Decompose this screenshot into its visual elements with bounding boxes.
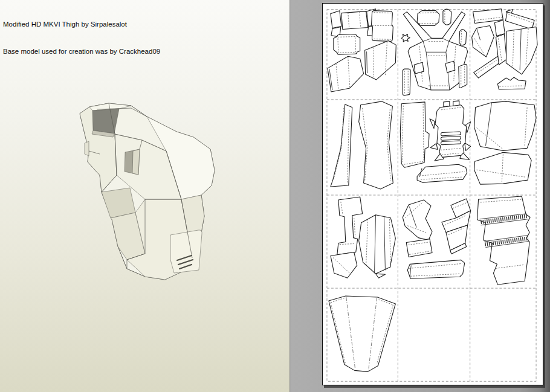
shape-path: [334, 34, 360, 54]
shape-path: [359, 215, 396, 274]
shape-path: [328, 56, 364, 92]
shape-path: [341, 11, 368, 30]
shape-path: [506, 27, 537, 75]
shape-path: [435, 105, 467, 158]
shape-path: [331, 11, 341, 28]
shape-path: [441, 141, 461, 145]
shape-path: [102, 188, 135, 218]
shape-path: [403, 200, 432, 240]
unfold-pieces-canvas[interactable]: [323, 4, 542, 384]
shape-path: [92, 109, 119, 133]
shape-path: [376, 274, 386, 278]
shape-path: [473, 9, 503, 24]
shape-path: [331, 252, 357, 278]
shape-path: [85, 141, 89, 156]
shape-path: [414, 62, 424, 74]
model-title: Modified HD MKVI Thigh by Sirpalesalot: [3, 20, 160, 29]
shape-path: [329, 296, 395, 371]
pattern-page[interactable]: [322, 3, 543, 385]
shape-path: [445, 61, 455, 72]
shape-path: [132, 149, 140, 175]
3d-view-panel[interactable]: Modified HD MKVI Thigh by Sirpalesalot B…: [0, 0, 290, 392]
shape-path: [477, 196, 531, 284]
shape-path: [444, 101, 450, 107]
shape-path: [430, 143, 438, 149]
shape-path: [441, 137, 461, 141]
shape-path: [401, 34, 410, 42]
shape-path: [365, 40, 396, 80]
shape-path: [474, 56, 502, 78]
shape-path: [497, 77, 526, 89]
shape-path: [372, 11, 393, 42]
model-info-text: Modified HD MKVI Thigh by Sirpalesalot B…: [3, 2, 160, 74]
shape-path: [494, 21, 505, 36]
shape-path: [441, 132, 461, 136]
shape-path: [417, 164, 467, 182]
shape-path: [337, 197, 363, 254]
shape-path: [403, 69, 410, 95]
shape-path: [430, 119, 435, 129]
model-credit: Base model used for creation was by Crac…: [3, 47, 160, 56]
shape-path: [459, 64, 467, 88]
shape-path: [443, 9, 451, 25]
pepakura-window: { "header": { "line1": "Modified HD MKVI…: [0, 0, 550, 392]
shape-path: [354, 218, 355, 237]
shape-path: [359, 101, 393, 189]
shape-path: [459, 30, 467, 45]
pattern-panel[interactable]: [291, 0, 550, 392]
shape-path: [400, 102, 429, 167]
